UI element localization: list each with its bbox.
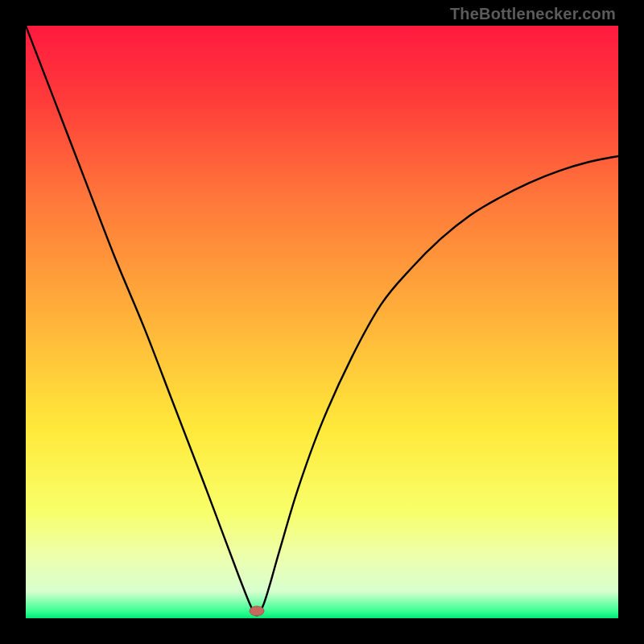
optimum-marker bbox=[250, 606, 264, 616]
gradient-background bbox=[26, 26, 618, 618]
bottleneck-chart bbox=[26, 26, 618, 618]
chart-frame: TheBottlenecker.com bbox=[0, 0, 644, 644]
attribution-text: TheBottlenecker.com bbox=[450, 5, 616, 23]
plot-area bbox=[26, 26, 618, 618]
